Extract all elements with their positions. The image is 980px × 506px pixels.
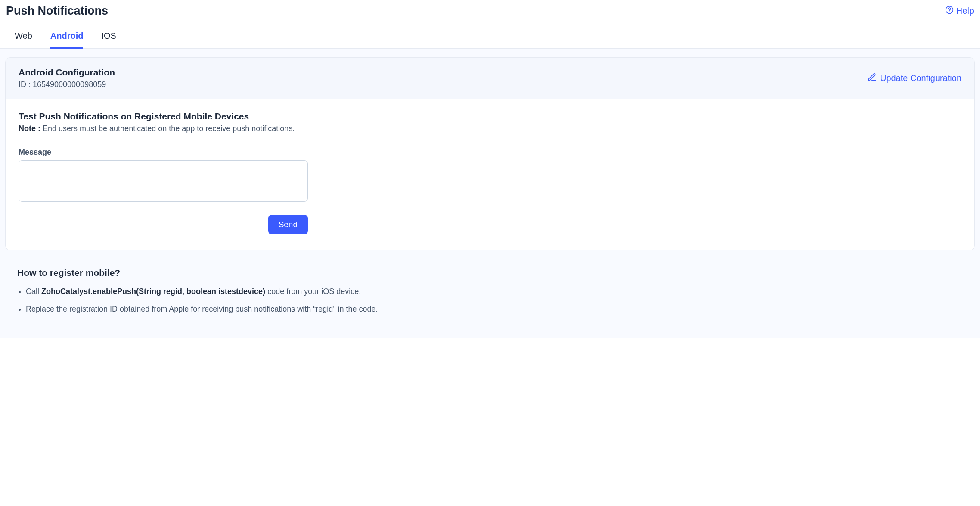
config-id: ID : 16549000000098059 xyxy=(19,80,115,89)
howto-item-suffix: Replace the registration ID obtained fro… xyxy=(26,305,378,313)
howto-item: Call ZohoCatalyst.enablePush(String regi… xyxy=(26,286,963,297)
howto-item-suffix: code from your iOS device. xyxy=(265,287,361,296)
update-config-label: Update Configuration xyxy=(880,73,961,83)
svg-point-1 xyxy=(949,12,949,12)
update-config-link[interactable]: Update Configuration xyxy=(867,72,961,84)
howto-item: Replace the registration ID obtained fro… xyxy=(26,303,963,315)
howto-item-code: ZohoCatalyst.enablePush(String regid, bo… xyxy=(41,287,265,296)
howto-heading: How to register mobile? xyxy=(17,268,963,278)
note-text: End users must be authenticated on the a… xyxy=(43,124,295,133)
config-card: Android Configuration ID : 1654900000009… xyxy=(5,57,975,250)
howto-list: Call ZohoCatalyst.enablePush(String regi… xyxy=(17,286,963,315)
howto-item-prefix: Call xyxy=(26,287,41,296)
tabs: Web Android IOS xyxy=(0,18,980,49)
tab-ios[interactable]: IOS xyxy=(101,31,116,49)
note-label: Note : xyxy=(19,124,40,133)
tab-web[interactable]: Web xyxy=(15,31,32,49)
help-icon xyxy=(945,6,954,16)
help-link[interactable]: Help xyxy=(945,6,974,16)
page-title: Push Notifications xyxy=(6,4,108,18)
help-label: Help xyxy=(956,6,974,16)
message-label: Message xyxy=(19,148,308,157)
tab-android[interactable]: Android xyxy=(50,31,84,49)
message-input[interactable] xyxy=(19,160,308,202)
config-title: Android Configuration xyxy=(19,67,115,78)
send-button[interactable]: Send xyxy=(268,215,308,234)
test-heading: Test Push Notifications on Registered Mo… xyxy=(19,111,961,122)
note-line: Note : End users must be authenticated o… xyxy=(19,124,961,133)
edit-icon xyxy=(867,72,877,84)
